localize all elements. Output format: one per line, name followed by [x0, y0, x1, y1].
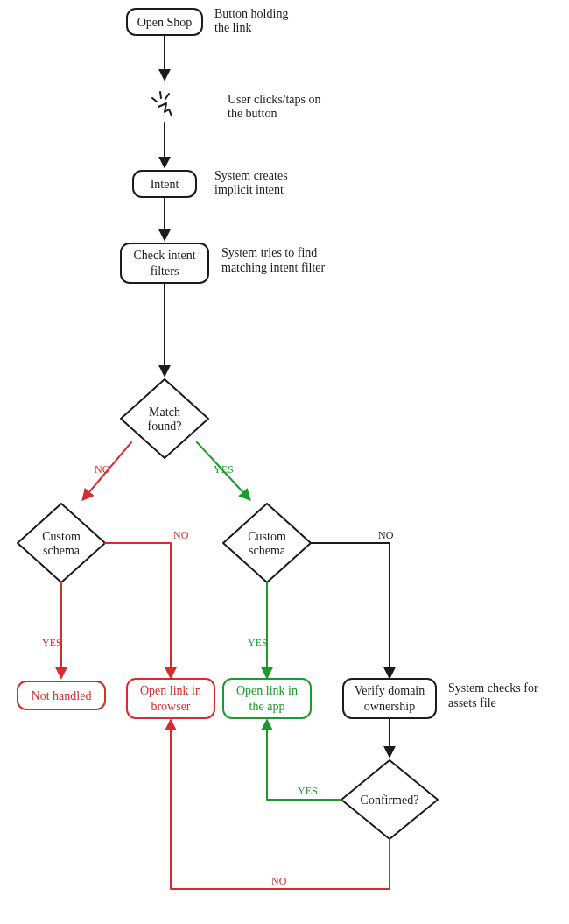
svg-line-1: [152, 98, 157, 102]
edge-label-yes: YES: [298, 785, 318, 797]
node-custom-schema-right: Custom schema: [223, 504, 311, 582]
custom-schema-left-l1: Custom: [42, 530, 81, 543]
check-filters-l1: Check intent: [133, 249, 195, 262]
annot-check-l2: matching intent filter: [221, 261, 326, 274]
svg-line-2: [160, 92, 161, 98]
match-found-l1: Match: [149, 406, 180, 419]
not-handled-label: Not handled: [32, 689, 92, 702]
edge-label-no: NO: [271, 875, 287, 887]
svg-line-3: [165, 94, 169, 99]
annot-verify-l1: System checks for: [448, 681, 538, 695]
annot-verify-l2: assets file: [448, 696, 496, 709]
node-open-app: Open link in the app: [223, 679, 311, 718]
node-verify-domain: Verify domain ownership System checks fo…: [343, 679, 538, 718]
node-open-shop: Open Shop Button holding the link: [127, 7, 288, 35]
custom-schema-right-l2: schema: [249, 544, 286, 557]
annot-open-shop-l2: the link: [214, 21, 251, 34]
match-found-l2: found?: [148, 420, 182, 433]
edge-label-no: NO: [173, 529, 189, 541]
custom-schema-left-l2: schema: [43, 544, 81, 557]
flowchart-diagram: Open Shop Button holding the link User c…: [0, 0, 569, 924]
node-match-found: Match found?: [121, 379, 208, 458]
open-app-l1: Open link in: [236, 684, 298, 697]
check-filters-l2: filters: [151, 265, 179, 278]
node-intent: Intent System creates implicit intent: [133, 169, 288, 197]
node-custom-schema-left: Custom schema: [18, 504, 105, 582]
open-browser-l2: browser: [151, 700, 190, 713]
edge: [105, 543, 171, 677]
node-not-handled: Not handled: [18, 681, 105, 709]
annot-intent-l1: System creates: [214, 169, 288, 182]
node-check-filters: Check intent filters System tries to fin…: [121, 243, 326, 283]
confirmed-label: Confirmed?: [361, 794, 419, 807]
edge-label-no: NO: [378, 529, 394, 541]
verify-domain-l1: Verify domain: [355, 684, 425, 697]
verify-domain-l2: ownership: [364, 700, 415, 713]
annot-check-l1: System tries to find: [221, 246, 317, 259]
click-icon: [152, 92, 172, 116]
open-app-l2: the app: [249, 700, 285, 713]
annot-click-l1: User clicks/taps on: [228, 93, 321, 106]
open-shop-label: Open Shop: [137, 16, 193, 29]
edge-label-no: NO: [95, 463, 110, 476]
open-browser-l1: Open link in: [140, 684, 201, 697]
node-confirmed: Confirmed?: [341, 760, 438, 839]
edge-label-yes: YES: [42, 637, 62, 649]
edge-label-yes: YES: [248, 637, 268, 649]
intent-label: Intent: [151, 178, 179, 191]
annot-click-l2: the button: [228, 107, 277, 120]
annot-open-shop-l1: Button holding: [214, 7, 288, 20]
edge: [171, 721, 390, 889]
custom-schema-right-l1: Custom: [248, 530, 286, 543]
edge-label-yes: YES: [214, 463, 234, 476]
node-open-browser: Open link in browser: [127, 679, 214, 718]
annot-intent-l2: implicit intent: [214, 183, 284, 196]
edge: [311, 543, 390, 677]
